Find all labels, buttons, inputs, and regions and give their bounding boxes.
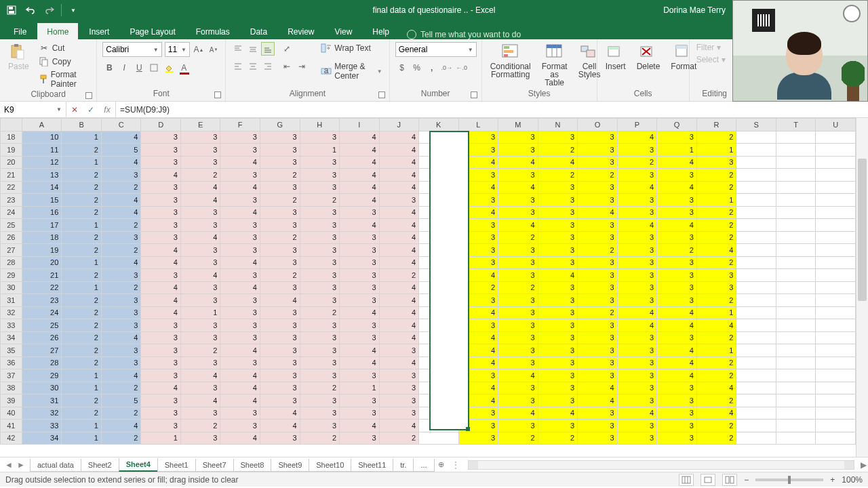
user-name[interactable]: Dorina Mae Terry [663,5,726,15]
cell-P21[interactable]: 3 [617,169,657,182]
cell-U23[interactable] [816,194,856,207]
cell-Q33[interactable]: 4 [657,319,697,332]
sheet-tab-sheet10[interactable]: Sheet10 [309,459,351,472]
cell-O29[interactable]: 3 [578,269,618,282]
cell-C41[interactable]: 4 [101,420,141,432]
sheet-tab-sheet4[interactable]: Sheet4 [119,458,158,472]
cell-U37[interactable] [816,369,856,382]
cell-Q32[interactable]: 4 [657,306,697,319]
cell-K21[interactable] [419,169,459,182]
align-center-icon[interactable] [246,60,260,73]
scrollbar-thumb[interactable] [858,159,867,301]
cell-N33[interactable]: 3 [538,319,578,332]
select-all-corner[interactable] [1,119,22,131]
cell-P36[interactable]: 3 [617,357,657,369]
cell-S29[interactable] [736,269,776,282]
cell-G21[interactable]: 2 [260,169,300,182]
cell-S36[interactable] [736,357,776,369]
tab-help[interactable]: Help [363,23,399,39]
cell-Q36[interactable]: 4 [657,357,697,369]
cell-R33[interactable]: 4 [696,319,736,332]
cell-I33[interactable]: 3 [340,319,379,332]
cell-G23[interactable]: 2 [260,194,300,207]
cell-T40[interactable] [776,407,816,420]
tab-review[interactable]: Review [278,23,323,39]
decrease-indent-icon[interactable]: ⇤ [280,60,294,73]
col-header-G[interactable]: G [260,119,300,131]
cell-U18[interactable] [816,131,856,144]
cell-Q25[interactable]: 4 [657,219,697,232]
cell-A28[interactable]: 20 [22,256,62,269]
tab-home[interactable]: Home [37,23,78,39]
tab-file[interactable]: File [4,23,36,39]
cell-O23[interactable]: 3 [578,194,618,207]
cell-M33[interactable]: 3 [498,319,538,332]
cell-H21[interactable]: 3 [300,169,340,182]
cell-J30[interactable]: 4 [379,281,418,294]
row-header-18[interactable]: 18 [1,131,22,144]
cell-T38[interactable] [776,382,816,394]
cut-button[interactable]: ✂Cut [37,42,92,54]
align-top-icon[interactable] [231,42,245,56]
cell-D29[interactable]: 3 [141,269,181,282]
cell-K35[interactable] [419,344,459,357]
cell-E37[interactable]: 4 [180,369,220,382]
cell-K20[interactable] [419,156,459,169]
cell-T25[interactable] [776,219,816,232]
col-header-S[interactable]: S [736,119,776,131]
zoom-value[interactable]: 100% [842,475,863,485]
cell-S38[interactable] [736,382,776,394]
cell-H22[interactable]: 3 [300,181,340,194]
cell-G39[interactable]: 3 [260,394,300,407]
cell-O24[interactable]: 4 [578,206,618,219]
cell-J36[interactable]: 4 [379,357,418,369]
cell-G30[interactable]: 3 [260,281,300,294]
font-name-combo[interactable]: Calibri▼ [102,42,162,57]
col-header-Q[interactable]: Q [657,119,697,131]
cell-U20[interactable] [816,156,856,169]
cell-N26[interactable]: 3 [538,231,578,244]
cell-O33[interactable]: 3 [578,319,618,332]
cell-C32[interactable]: 3 [101,306,141,319]
cell-N42[interactable]: 2 [538,432,578,445]
cell-N35[interactable]: 3 [538,344,578,357]
undo-icon[interactable] [23,3,38,18]
cell-K22[interactable] [419,181,459,194]
cell-I35[interactable]: 4 [340,344,379,357]
cell-P19[interactable]: 3 [617,144,657,157]
cell-N37[interactable]: 3 [538,369,578,382]
cell-R30[interactable]: 3 [696,281,736,294]
cell-U26[interactable] [816,231,856,244]
cell-S32[interactable] [736,306,776,319]
cell-Q22[interactable]: 4 [657,181,697,194]
col-header-R[interactable]: R [696,119,736,131]
cell-B35[interactable]: 2 [62,344,102,357]
cell-T42[interactable] [776,432,816,445]
cell-O35[interactable]: 3 [578,344,618,357]
cell-S42[interactable] [736,432,776,445]
col-header-H[interactable]: H [300,119,340,131]
cell-F23[interactable]: 3 [220,194,260,207]
row-header-25[interactable]: 25 [1,219,22,232]
cell-F22[interactable]: 4 [220,181,260,194]
cell-M42[interactable]: 2 [498,432,538,445]
cell-S37[interactable] [736,369,776,382]
cell-U32[interactable] [816,306,856,319]
cell-U27[interactable] [816,244,856,257]
cell-O32[interactable]: 2 [578,306,618,319]
cell-I26[interactable]: 3 [340,231,379,244]
cell-D40[interactable]: 3 [141,407,181,420]
cell-R18[interactable]: 2 [696,131,736,144]
cell-H18[interactable]: 3 [300,131,340,144]
cell-H33[interactable]: 3 [300,319,340,332]
cell-O22[interactable]: 3 [578,181,618,194]
cell-U38[interactable] [816,382,856,394]
cell-F35[interactable]: 4 [220,344,260,357]
cell-U24[interactable] [816,206,856,219]
cell-A37[interactable]: 29 [22,369,62,382]
filter-button[interactable]: Filter▾ [695,42,727,53]
row-header-33[interactable]: 33 [1,319,22,332]
cell-U34[interactable] [816,331,856,344]
cell-R37[interactable]: 2 [696,369,736,382]
cell-B25[interactable]: 1 [62,219,102,232]
